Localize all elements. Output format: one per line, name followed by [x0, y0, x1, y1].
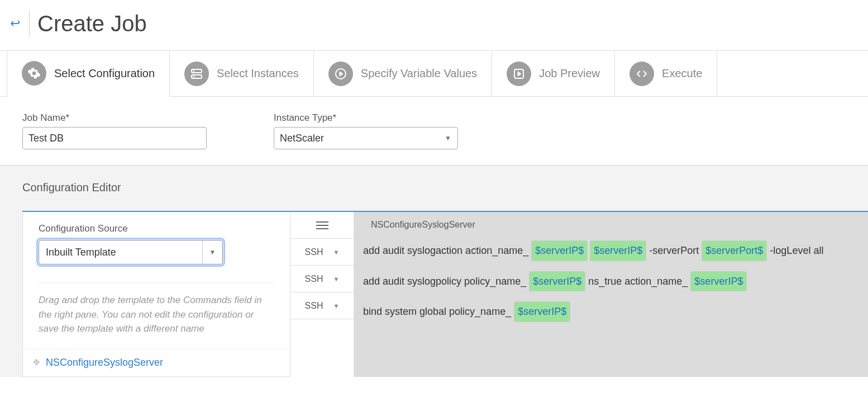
- tab-label: Select Instances: [217, 67, 299, 80]
- header-divider: [29, 10, 30, 37]
- chevron-down-icon: ▼: [333, 249, 340, 256]
- tab-execute[interactable]: Execute: [615, 51, 717, 96]
- protocol-select-row-3[interactable]: SSH ▼: [290, 292, 354, 319]
- drag-handle-icon[interactable]: ✥: [33, 357, 40, 367]
- protocol-select-row-2[interactable]: SSH ▼: [290, 266, 354, 292]
- configuration-source-label: Configuration Source: [39, 223, 274, 234]
- job-name-input[interactable]: [22, 127, 207, 149]
- svg-point-2: [193, 70, 194, 72]
- template-item[interactable]: ✥ NSConfigureSyslogServer: [23, 348, 290, 376]
- command-text: -serverPort: [649, 242, 699, 259]
- template-link[interactable]: NSConfigureSyslogServer: [46, 357, 163, 369]
- variable-chip[interactable]: $serverIP$: [532, 241, 587, 261]
- variable-chip[interactable]: $serverIP$: [514, 302, 570, 322]
- command-text: add audit syslogpolicy policy_name_: [363, 273, 526, 290]
- svg-point-3: [193, 76, 194, 77]
- chevron-down-icon: ▼: [202, 240, 222, 264]
- play-circle-icon: [328, 62, 353, 86]
- protocol-value: SSH: [305, 301, 323, 311]
- tab-label: Select Configuration: [54, 67, 155, 80]
- command-line[interactable]: add audit syslogpolicy policy_name_$serv…: [354, 266, 868, 297]
- variable-chip[interactable]: $serverPort$: [702, 241, 766, 261]
- menu-icon[interactable]: [316, 221, 328, 229]
- protocol-value: SSH: [305, 274, 323, 284]
- command-line[interactable]: bind system global policy_name_$serverIP…: [354, 296, 868, 327]
- variable-chip[interactable]: $serverIP$: [691, 272, 746, 291]
- tab-specify-variable-values[interactable]: Specify Variable Values: [314, 51, 492, 96]
- tab-label: Execute: [662, 67, 702, 80]
- configuration-source-select[interactable]: Inbuilt Template ▼: [39, 240, 223, 265]
- configuration-source-hint: Drag and drop the template to the Comman…: [23, 283, 290, 348]
- instance-type-select[interactable]: NetScaler: [274, 127, 458, 149]
- chevron-down-icon: ▼: [445, 134, 451, 142]
- job-name-label: Job Name*: [22, 112, 207, 124]
- tab-job-preview[interactable]: Job Preview: [492, 51, 615, 96]
- tab-select-configuration[interactable]: Select Configuration: [7, 51, 170, 97]
- tab-label: Job Preview: [539, 67, 600, 80]
- command-template-name: NSConfigureSyslogServer: [354, 212, 868, 235]
- instance-type-value: NetScaler: [280, 133, 324, 144]
- command-text: bind system global policy_name_: [363, 303, 511, 320]
- command-line[interactable]: add audit syslogaction action_name_$serv…: [354, 235, 868, 266]
- gear-icon: [22, 61, 46, 86]
- protocol-select-row-1[interactable]: SSH ▼: [290, 239, 354, 266]
- preview-icon: [507, 62, 531, 86]
- code-icon: [629, 62, 654, 86]
- instance-type-label: Instance Type*: [274, 112, 458, 124]
- command-text: -logLevel all: [770, 242, 823, 259]
- server-icon: [184, 62, 209, 86]
- tab-label: Specify Variable Values: [361, 67, 477, 80]
- protocol-value: SSH: [305, 247, 323, 257]
- tab-select-instances[interactable]: Select Instances: [170, 51, 314, 96]
- variable-chip[interactable]: $serverIP$: [590, 241, 646, 261]
- configuration-source-value: Inbuilt Template: [46, 247, 116, 258]
- command-text: ns_true action_name_: [588, 273, 688, 290]
- page-title: Create Job: [37, 11, 147, 36]
- command-text: add audit syslogaction action_name_: [363, 242, 528, 259]
- configuration-editor-title: Configuration Editor: [22, 181, 868, 194]
- wizard-tabs: Select Configuration Select Instances Sp…: [0, 50, 868, 97]
- chevron-down-icon: ▼: [333, 303, 340, 309]
- chevron-down-icon: ▼: [333, 276, 340, 282]
- variable-chip[interactable]: $serverIP$: [530, 272, 585, 291]
- back-icon[interactable]: ↩: [7, 16, 26, 31]
